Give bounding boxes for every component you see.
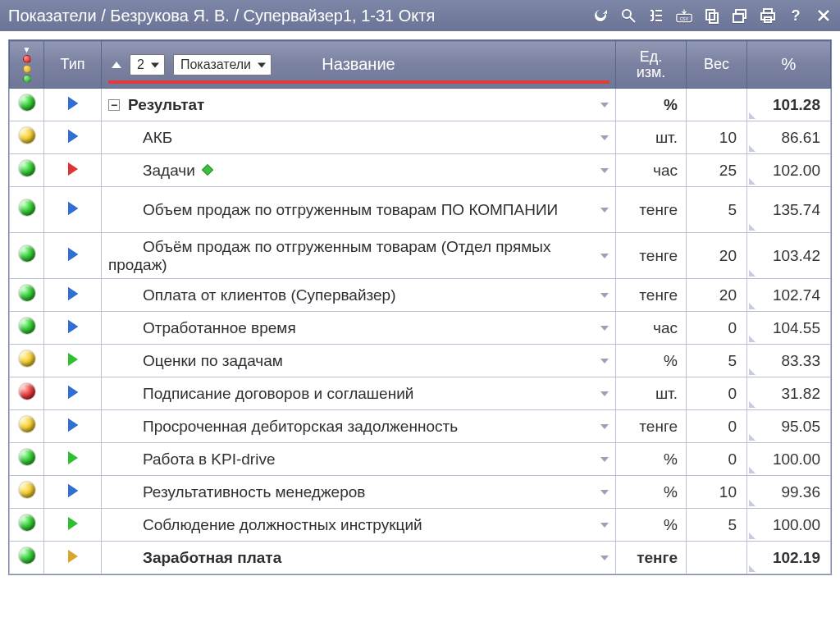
refresh-icon[interactable] <box>592 7 609 24</box>
name-cell[interactable]: Задачи <box>102 154 616 187</box>
collapse-toggle[interactable]: − <box>108 99 120 111</box>
name-cell[interactable]: Результативность менеджеров <box>102 476 616 509</box>
header-type[interactable]: Тип <box>44 41 102 89</box>
table-row[interactable]: Работа в KPI-drive%0100.00 <box>10 443 831 476</box>
name-cell[interactable]: Отработанное время <box>102 312 616 345</box>
row-menu-icon[interactable] <box>600 293 609 298</box>
row-menu-icon[interactable] <box>600 135 609 140</box>
table-row[interactable]: Заработная плататенге102.19 <box>10 542 831 574</box>
search-icon[interactable] <box>620 7 637 24</box>
status-cell <box>10 121 44 154</box>
cell-corner-icon <box>749 565 756 572</box>
type-cell[interactable] <box>44 410 102 443</box>
expand-arrow-icon <box>68 287 78 300</box>
type-cell[interactable] <box>44 121 102 154</box>
type-cell[interactable] <box>44 233 102 279</box>
cell-corner-icon <box>749 336 756 342</box>
tree-icon[interactable] <box>648 7 664 24</box>
type-cell[interactable] <box>44 312 102 345</box>
table-row[interactable]: АКБшт.1086.61 <box>10 121 831 154</box>
weight-cell: 25 <box>687 154 747 187</box>
name-cell[interactable]: Оплата от клиентов (Супервайзер) <box>102 279 616 312</box>
header-status[interactable]: ▼ <box>10 41 44 89</box>
table-row[interactable]: Просроченная дебиторская задолженностьте… <box>10 410 831 443</box>
status-orb-icon <box>19 94 35 111</box>
table-row[interactable]: Объём продаж по отгруженным товарам (Отд… <box>10 233 831 279</box>
type-cell[interactable] <box>44 509 102 542</box>
table-row[interactable]: Объем продаж по отгруженным товарам ПО К… <box>10 187 831 233</box>
table-row[interactable]: Соблюдение должностных инструкций%5100.0… <box>10 509 831 542</box>
type-cell[interactable] <box>44 279 102 312</box>
percent-cell: 83.33 <box>747 345 831 377</box>
row-menu-icon[interactable] <box>600 490 609 495</box>
expand-arrow-icon <box>68 517 78 530</box>
weight-cell: 10 <box>687 476 747 509</box>
percent-cell: 101.28 <box>747 89 831 121</box>
type-cell[interactable] <box>44 476 102 509</box>
status-orb-icon <box>19 350 35 367</box>
status-orb-icon <box>19 416 35 432</box>
row-menu-icon[interactable] <box>600 254 609 258</box>
table-row[interactable]: Отработанное времячас0104.55 <box>10 312 831 345</box>
row-menu-icon[interactable] <box>600 556 609 560</box>
row-menu-icon[interactable] <box>600 391 609 396</box>
header-percent[interactable]: % <box>747 41 831 89</box>
copy-icon[interactable] <box>704 7 720 24</box>
name-cell[interactable]: Объем продаж по отгруженным товарам ПО К… <box>102 187 616 233</box>
weight-cell: 5 <box>687 345 747 377</box>
name-cell[interactable]: Оценки по задачам <box>102 345 616 377</box>
table-row[interactable]: Задачичас25102.00 <box>10 154 831 187</box>
table-row[interactable]: Оценки по задачам%583.33 <box>10 345 831 377</box>
name-cell[interactable]: −Результат <box>102 89 616 121</box>
name-cell[interactable]: Просроченная дебиторская задолженность <box>102 410 616 443</box>
status-orb-icon <box>19 285 35 301</box>
expand-arrow-icon <box>68 451 78 464</box>
csv-export-icon[interactable]: csv <box>676 7 692 24</box>
name-cell[interactable]: Заработная плата <box>102 542 616 574</box>
restore-window-icon[interactable] <box>732 7 748 24</box>
row-menu-icon[interactable] <box>600 103 609 107</box>
row-menu-icon[interactable] <box>600 457 609 462</box>
expand-arrow-icon <box>68 248 78 261</box>
unit-cell: тенге <box>616 233 687 279</box>
name-cell[interactable]: Объём продаж по отгруженным товарам (Отд… <box>102 233 616 279</box>
expand-arrow-icon <box>68 202 78 215</box>
row-menu-icon[interactable] <box>600 523 609 528</box>
row-menu-icon[interactable] <box>600 424 609 429</box>
type-cell[interactable] <box>44 89 102 121</box>
name-cell[interactable]: Соблюдение должностных инструкций <box>102 509 616 542</box>
name-cell[interactable]: АКБ <box>102 121 616 154</box>
weight-cell: 0 <box>687 443 747 476</box>
level-select[interactable]: 2 <box>130 54 165 75</box>
type-cell[interactable] <box>44 154 102 187</box>
table-row[interactable]: Оплата от клиентов (Супервайзер)тенге201… <box>10 279 831 312</box>
row-menu-icon[interactable] <box>600 359 609 364</box>
header-unit[interactable]: Ед. изм. <box>616 41 687 89</box>
weight-cell: 20 <box>687 279 747 312</box>
type-cell[interactable] <box>44 377 102 410</box>
unit-cell: % <box>616 476 687 509</box>
table-row[interactable]: Результативность менеджеров%1099.36 <box>10 476 831 509</box>
help-icon[interactable]: ? <box>788 7 804 24</box>
cell-corner-icon <box>749 303 756 309</box>
name-cell[interactable]: Подписание договоров и соглашений <box>102 377 616 410</box>
header-weight[interactable]: Вес <box>687 41 747 89</box>
type-cell[interactable] <box>44 443 102 476</box>
percent-cell: 99.36 <box>747 476 831 509</box>
type-cell[interactable] <box>44 345 102 377</box>
status-cell <box>10 89 44 121</box>
row-menu-icon[interactable] <box>600 326 609 331</box>
close-icon[interactable] <box>815 7 832 24</box>
row-menu-icon[interactable] <box>600 168 609 173</box>
table-row[interactable]: Подписание договоров и соглашенийшт.031.… <box>10 377 831 410</box>
row-name: Результат <box>128 96 204 113</box>
sort-asc-icon[interactable] <box>112 62 121 68</box>
name-cell[interactable]: Работа в KPI-drive <box>102 443 616 476</box>
type-cell[interactable] <box>44 542 102 574</box>
print-icon[interactable] <box>760 7 776 24</box>
row-menu-icon[interactable] <box>600 208 609 213</box>
table-row[interactable]: −Результат%101.28 <box>10 89 831 121</box>
view-select[interactable]: Показатели <box>173 54 272 75</box>
type-cell[interactable] <box>44 187 102 233</box>
weight-cell: 0 <box>687 377 747 410</box>
